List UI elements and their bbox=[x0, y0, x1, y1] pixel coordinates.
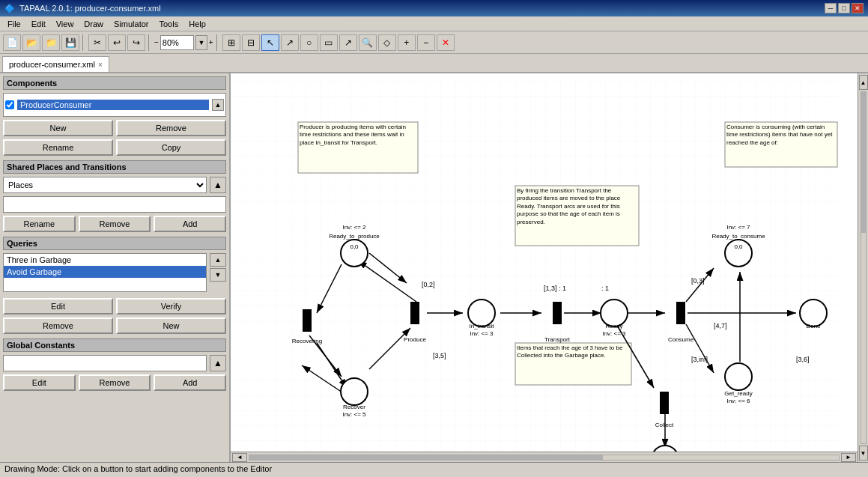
arc-label-3inf: [3,inf] bbox=[691, 356, 708, 363]
shared-text-input[interactable] bbox=[3, 196, 226, 213]
place-button[interactable]: ○ bbox=[300, 34, 318, 51]
menu-help[interactable]: Help bbox=[184, 18, 210, 30]
close-button[interactable]: ✕ bbox=[852, 3, 864, 13]
separator-3 bbox=[216, 34, 219, 51]
diamond-button[interactable]: ◇ bbox=[378, 34, 396, 51]
global-constants-buttons: Edit Remove Add bbox=[3, 374, 226, 391]
redo-button[interactable]: ↪ bbox=[127, 34, 145, 51]
horizontal-scrollbar[interactable]: ◄ ► bbox=[231, 452, 858, 462]
menu-simulator[interactable]: Simulator bbox=[109, 18, 153, 30]
place-ready-produce-label: Ready_to_produce bbox=[329, 233, 380, 240]
shared-add-button[interactable]: Add bbox=[154, 216, 226, 232]
queries-new-button[interactable]: New bbox=[116, 318, 226, 334]
scroll-left-button[interactable]: ◄ bbox=[232, 453, 247, 462]
arc-label-13-1: [1,3] : 1 bbox=[544, 285, 566, 292]
tab-close-button[interactable]: × bbox=[98, 61, 103, 69]
vertical-scrollbar[interactable]: ▲ ▼ bbox=[858, 73, 868, 462]
scroll-down-button[interactable]: ▼ bbox=[859, 446, 868, 461]
main-area: Components ProducerConsumer ▲ New Remove… bbox=[0, 73, 868, 462]
note-producer: Producer is producing items with certain… bbox=[300, 124, 416, 147]
global-constants-header: Global Constants bbox=[3, 338, 226, 352]
left-panel: Components ProducerConsumer ▲ New Remove… bbox=[0, 73, 231, 462]
transition-produce[interactable] bbox=[410, 302, 419, 324]
arc-button[interactable]: ↗ bbox=[339, 34, 357, 51]
place-ready-produce-inv: Inv: <= 2 bbox=[342, 224, 366, 231]
menu-view[interactable]: View bbox=[52, 18, 79, 30]
shared-add-icon[interactable]: ▲ bbox=[210, 177, 226, 193]
query-item-0[interactable]: Three in Garbage bbox=[4, 254, 206, 266]
scroll-vert-thumb[interactable] bbox=[861, 92, 866, 233]
component-copy-button[interactable]: Copy bbox=[116, 139, 226, 156]
shared-buttons-row: Rename Remove Add bbox=[3, 216, 226, 232]
magnify-button[interactable]: 🔍 bbox=[359, 34, 377, 51]
transition-collect[interactable] bbox=[660, 392, 669, 414]
queries-buttons-row2: Remove New bbox=[3, 318, 226, 334]
tab-producer-consumer[interactable]: producer-consumer.xml × bbox=[2, 56, 109, 72]
canvas-scroll[interactable]: Producer is producing items with certain… bbox=[231, 73, 858, 452]
queries-remove-button[interactable]: Remove bbox=[3, 318, 113, 334]
transition-collect-label: Collect bbox=[655, 422, 674, 428]
place-recover[interactable] bbox=[341, 378, 368, 405]
queries-up-button[interactable]: ▲ bbox=[210, 253, 226, 267]
petri-net-canvas[interactable]: Producer is producing items with certain… bbox=[231, 73, 845, 452]
global-constants-icon[interactable]: ▲ bbox=[210, 355, 226, 371]
transition-recovering-label: Recovering bbox=[292, 338, 322, 344]
shared-dropdown[interactable]: Places Transitions bbox=[3, 177, 207, 193]
queries-down-button[interactable]: ▼ bbox=[210, 268, 226, 282]
menu-edit[interactable]: Edit bbox=[27, 18, 50, 30]
component-arrow[interactable]: ▲ bbox=[212, 99, 224, 111]
zoom-input[interactable] bbox=[160, 35, 194, 50]
cut-button[interactable]: ✂ bbox=[88, 34, 106, 51]
component-remove-button[interactable]: Remove bbox=[116, 120, 226, 136]
queries-verify-button[interactable]: Verify bbox=[116, 298, 226, 315]
delete-button[interactable]: ✕ bbox=[437, 34, 455, 51]
component-label[interactable]: ProducerConsumer bbox=[17, 100, 209, 110]
transition-recovering[interactable] bbox=[303, 309, 312, 332]
titlebar-title: TAPAAL 2.0.1: producer-consumer.xml bbox=[19, 4, 161, 13]
menu-file[interactable]: File bbox=[3, 18, 25, 30]
global-remove-button[interactable]: Remove bbox=[79, 374, 151, 391]
component-checkbox[interactable] bbox=[5, 100, 14, 109]
global-add-button[interactable]: Add bbox=[154, 374, 226, 391]
scroll-thumb[interactable] bbox=[249, 455, 603, 460]
component-new-button[interactable]: New bbox=[3, 120, 113, 136]
scroll-up-button[interactable]: ▲ bbox=[859, 75, 868, 90]
transition-consume-label: Consume bbox=[668, 336, 694, 343]
statusbar: Drawing Mode: Click on a button to start… bbox=[0, 462, 868, 477]
transition-button[interactable]: ▭ bbox=[320, 34, 338, 51]
scroll-right-button[interactable]: ► bbox=[841, 453, 856, 462]
new-file-button[interactable]: 📄 bbox=[3, 34, 21, 51]
query-item-1[interactable]: Avoid Garbage bbox=[4, 266, 206, 278]
toolbar: 📄 📂 📁 💾 ✂ ↩ ↪ − ▼ + ⊞ ⊟ ↖ ↗ ○ ▭ ↗ 🔍 ◇ + … bbox=[0, 31, 868, 54]
tab-label: producer-consumer.xml bbox=[9, 60, 95, 69]
queries-edit-button[interactable]: Edit bbox=[3, 298, 113, 315]
global-constants-input[interactable] bbox=[3, 355, 207, 371]
menu-draw[interactable]: Draw bbox=[79, 18, 108, 30]
menu-tools[interactable]: Tools bbox=[155, 18, 183, 30]
zoom-dropdown[interactable]: ▼ bbox=[195, 35, 207, 50]
place-recover-inv: Inv: <= 5 bbox=[342, 411, 366, 418]
minimize-button[interactable]: ─ bbox=[825, 3, 837, 13]
global-edit-button[interactable]: Edit bbox=[3, 374, 76, 391]
shared-remove-button[interactable]: Remove bbox=[79, 216, 151, 232]
maximize-button[interactable]: □ bbox=[838, 3, 850, 13]
open-folder-button[interactable]: 📁 bbox=[42, 34, 60, 51]
components-header: Components bbox=[3, 76, 226, 90]
place-get-ready[interactable] bbox=[725, 363, 752, 390]
arc-label-36: [3,6] bbox=[796, 356, 810, 363]
select-button[interactable]: ↖ bbox=[261, 34, 279, 51]
transition-transport[interactable] bbox=[553, 302, 562, 324]
transition-consume[interactable] bbox=[676, 302, 685, 324]
save-button[interactable]: 💾 bbox=[61, 34, 79, 51]
place-ready-consume-label: Ready_to_consume bbox=[711, 233, 765, 240]
plus-button[interactable]: + bbox=[398, 34, 416, 51]
grid-button[interactable]: ⊞ bbox=[222, 34, 240, 51]
component-rename-button[interactable]: Rename bbox=[3, 139, 113, 156]
shared-rename-button[interactable]: Rename bbox=[3, 216, 76, 232]
grid2-button[interactable]: ⊟ bbox=[242, 34, 260, 51]
open-button[interactable]: 📂 bbox=[22, 34, 40, 51]
zoom-plus-icon: + bbox=[209, 38, 213, 46]
minus-button[interactable]: − bbox=[417, 34, 435, 51]
undo-button[interactable]: ↩ bbox=[108, 34, 126, 51]
pointer-button[interactable]: ↗ bbox=[281, 34, 299, 51]
